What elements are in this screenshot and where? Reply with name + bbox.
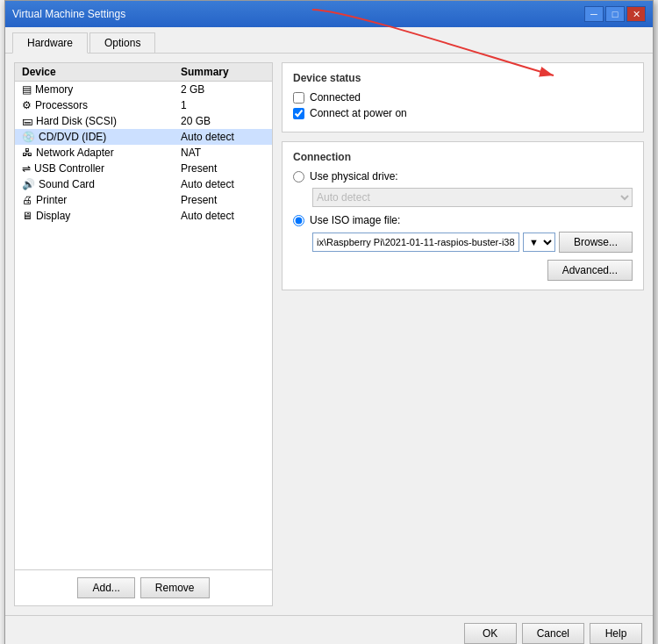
table-row[interactable]: 🔊Sound Card Auto detect: [15, 176, 272, 192]
main-content: Device Summary ▤Memory 2 GB ⚙Processors …: [5, 54, 653, 615]
iso-path-input[interactable]: [312, 233, 519, 252]
cd-icon: 💿: [22, 131, 35, 143]
usb-icon: ⇌: [22, 162, 31, 175]
device-name-cell: ▤Memory: [15, 82, 174, 98]
col-device: Device: [15, 63, 174, 82]
device-name-cell: 🖴Hard Disk (SCSI): [15, 113, 174, 129]
title-bar-buttons: ─ □ ✕: [584, 6, 646, 22]
table-row[interactable]: 🖧Network Adapter NAT: [15, 145, 272, 161]
cancel-button[interactable]: Cancel: [522, 623, 584, 644]
auto-detect-select[interactable]: Auto detect: [312, 188, 633, 207]
device-status-section: Device status Connected Connect at power…: [282, 62, 644, 132]
display-icon: 🖥: [22, 210, 32, 222]
maximize-button[interactable]: □: [605, 6, 625, 22]
network-icon: 🖧: [22, 147, 32, 159]
bottom-buttons: OK Cancel Help: [5, 615, 653, 644]
left-buttons: Add... Remove: [15, 569, 272, 605]
table-row[interactable]: ▤Memory 2 GB: [15, 82, 272, 98]
help-button[interactable]: Help: [590, 623, 642, 644]
connected-checkbox[interactable]: [293, 92, 304, 104]
disk-icon: 🖴: [22, 115, 32, 127]
memory-icon: ▤: [22, 83, 32, 96]
physical-drive-radio[interactable]: [293, 171, 304, 182]
connect-at-power-on-checkbox[interactable]: [293, 108, 304, 119]
iso-dropdown[interactable]: ▼: [523, 233, 555, 252]
iso-input-row: ▼ Browse...: [312, 232, 633, 253]
connected-row: Connected: [293, 91, 633, 104]
physical-drive-row: Use physical drive:: [293, 170, 633, 182]
device-summary-cell: Present: [174, 161, 272, 176]
device-name-cell: 💿CD/DVD (IDE): [15, 129, 174, 145]
table-row[interactable]: 🖴Hard Disk (SCSI) 20 GB: [15, 113, 272, 129]
table-row[interactable]: 💿CD/DVD (IDE) Auto detect: [15, 129, 272, 145]
tab-options[interactable]: Options: [89, 32, 155, 53]
iso-file-row: Use ISO image file:: [293, 214, 633, 226]
device-name-cell: 🔊Sound Card: [15, 176, 174, 192]
device-name-cell: ⚙Processors: [15, 97, 174, 113]
advanced-row: Advanced...: [293, 260, 633, 281]
device-summary-cell: 2 GB: [174, 82, 272, 98]
physical-drive-label: Use physical drive:: [310, 170, 398, 182]
iso-radio[interactable]: [293, 215, 304, 226]
tab-hardware[interactable]: Hardware: [12, 32, 88, 54]
table-row[interactable]: ⇌USB Controller Present: [15, 161, 272, 176]
device-status-title: Device status: [293, 72, 633, 84]
right-panel: Device status Connected Connect at power…: [282, 62, 644, 606]
window-title: Virtual Machine Settings: [12, 8, 125, 20]
device-summary-cell: Auto detect: [174, 176, 272, 192]
connection-section: Connection Use physical drive: Auto dete…: [282, 141, 644, 290]
add-button[interactable]: Add...: [77, 577, 134, 598]
iso-label: Use ISO image file:: [310, 214, 400, 226]
device-table: Device Summary ▤Memory 2 GB ⚙Processors …: [15, 63, 272, 569]
connect-at-power-on-label: Connect at power on: [310, 107, 407, 119]
cpu-icon: ⚙: [22, 99, 32, 111]
table-row[interactable]: 🖥Display Auto detect: [15, 208, 272, 224]
device-summary-cell: NAT: [174, 145, 272, 161]
device-summary-cell: 1: [174, 97, 272, 113]
auto-detect-row: Auto detect: [312, 188, 633, 207]
device-name-cell: 🖧Network Adapter: [15, 145, 174, 161]
title-bar: Virtual Machine Settings ─ □ ✕: [5, 1, 653, 27]
close-button[interactable]: ✕: [626, 6, 646, 22]
device-name-cell: 🖥Display: [15, 208, 174, 224]
sound-icon: 🔊: [22, 178, 35, 190]
table-row[interactable]: ⚙Processors 1: [15, 97, 272, 113]
remove-button[interactable]: Remove: [140, 577, 210, 598]
minimize-button[interactable]: ─: [584, 6, 604, 22]
connection-title: Connection: [293, 151, 633, 163]
printer-icon: 🖨: [22, 194, 32, 206]
col-summary: Summary: [174, 63, 272, 82]
device-summary-cell: Auto detect: [174, 208, 272, 224]
browse-button[interactable]: Browse...: [559, 232, 633, 253]
device-list-panel: Device Summary ▤Memory 2 GB ⚙Processors …: [14, 62, 273, 606]
connect-at-power-on-row: Connect at power on: [293, 107, 633, 119]
device-summary-cell: 20 GB: [174, 113, 272, 129]
device-summary-cell: Present: [174, 192, 272, 208]
advanced-button[interactable]: Advanced...: [547, 260, 633, 281]
table-row[interactable]: 🖨Printer Present: [15, 192, 272, 208]
ok-button[interactable]: OK: [464, 623, 517, 644]
connected-label: Connected: [310, 91, 361, 104]
device-name-cell: 🖨Printer: [15, 192, 174, 208]
tab-bar: Hardware Options: [5, 27, 653, 54]
device-name-cell: ⇌USB Controller: [15, 161, 174, 176]
device-summary-cell: Auto detect: [174, 129, 272, 145]
